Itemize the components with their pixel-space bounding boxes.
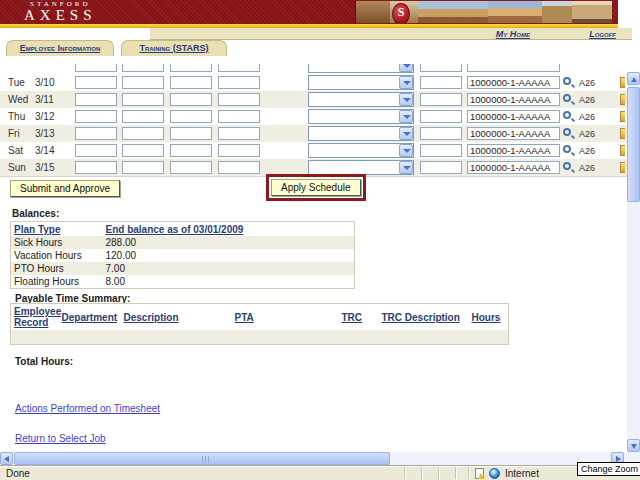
chevron-down-icon[interactable] [399,93,413,106]
lookup-magnifier-icon[interactable] [563,128,571,136]
hours-input[interactable] [170,110,212,123]
hours-input[interactable] [170,64,212,72]
end-balance-header[interactable]: End balance as of 03/01/2009 [103,222,355,237]
chevron-down-icon[interactable] [399,64,413,72]
quantity-input[interactable] [420,161,462,174]
lookup-magnifier-icon[interactable] [563,145,571,153]
trc-select[interactable] [308,143,414,158]
quantity-input[interactable] [420,64,462,72]
hours-input[interactable] [75,93,117,106]
vertical-scrollbar[interactable] [627,72,640,452]
scroll-down-button[interactable] [627,439,640,452]
chevron-down-icon[interactable] [399,161,413,174]
tab-employee-information[interactable]: Employee Information [6,40,114,56]
vertical-scrollbar-thumb[interactable] [627,87,640,202]
quantity-input[interactable] [420,76,462,89]
hours-input[interactable] [75,110,117,123]
description-header[interactable]: Description [121,304,232,331]
trc-select[interactable] [308,126,414,141]
hours-input[interactable] [122,110,164,123]
hours-input[interactable] [218,144,260,157]
tab-training-stars[interactable]: Training (STARS) [121,40,227,56]
chevron-down-icon[interactable] [399,76,413,89]
hours-input[interactable] [218,76,260,89]
hours-input[interactable] [218,127,260,140]
lookup-magnifier-icon[interactable] [563,77,571,85]
pta-input[interactable] [467,76,560,89]
hours-input[interactable] [170,127,212,140]
pta-header[interactable]: PTA [232,304,339,331]
hours-input[interactable] [75,144,117,157]
hours-input[interactable] [122,161,164,174]
status-text: Done [6,468,30,479]
hours-input[interactable] [170,161,212,174]
trc-select[interactable] [308,64,414,73]
arrow-down-icon [631,444,637,449]
quantity-input[interactable] [420,127,462,140]
hours-input[interactable] [170,76,212,89]
chevron-down-icon[interactable] [399,110,413,123]
horizontal-scrollbar[interactable] [0,452,640,465]
chevron-down-icon[interactable] [399,144,413,157]
hours-input[interactable] [218,64,260,72]
hours-input[interactable] [122,127,164,140]
hours-input[interactable] [218,110,260,123]
pta-input[interactable] [467,93,560,106]
scroll-up-button[interactable] [627,72,640,85]
quantity-input[interactable] [420,144,462,157]
quantity-input[interactable] [420,110,462,123]
trc-select[interactable] [308,109,414,124]
hours-input[interactable] [75,127,117,140]
empty-data-row [11,330,509,344]
date-label: 3/11 [35,94,54,105]
hours-header[interactable]: Hours [469,304,509,331]
hours-input[interactable] [170,93,212,106]
hours-input[interactable] [75,64,117,72]
hours-input[interactable] [122,93,164,106]
actions-performed-link[interactable]: Actions Performed on Timesheet [15,403,160,414]
return-to-select-job-link[interactable]: Return to Select Job [15,433,106,444]
pta-input[interactable] [467,161,560,174]
logoff-link[interactable]: Logoff [589,29,616,39]
lookup-magnifier-icon[interactable] [563,94,571,102]
hours-input[interactable] [75,161,117,174]
lookup-magnifier-icon[interactable] [563,111,571,119]
scroll-left-button[interactable] [0,452,13,465]
chevron-down-icon[interactable] [399,127,413,140]
plan-type-header[interactable]: Plan Type [11,222,103,237]
quantity-input[interactable] [420,93,462,106]
employee-record-header[interactable]: Employee Record [11,304,59,331]
hours-input[interactable] [218,93,260,106]
pta-input[interactable] [467,144,560,157]
hours-input[interactable] [75,76,117,89]
pta-input[interactable] [467,127,560,140]
balance-cell: 7.00 [103,262,355,275]
pta-input[interactable] [467,110,560,123]
submit-and-approve-button[interactable]: Submit and Approve [10,180,120,197]
lookup-magnifier-icon[interactable] [563,162,571,170]
stanford-s-logo-icon: S [392,3,410,23]
balance-cell: 288.00 [103,236,355,249]
photo-segment [356,1,390,23]
department-header[interactable]: Department [59,304,121,331]
hours-input[interactable] [170,144,212,157]
pta-input[interactable] [467,64,560,72]
trc-description-header[interactable]: TRC Description [379,304,469,331]
apply-schedule-button[interactable]: Apply Schedule [271,179,361,196]
change-zoom-level-tooltip[interactable]: Change Zoom Level [577,462,640,476]
horizontal-scrollbar-thumb[interactable] [14,452,390,465]
trc-select[interactable] [308,92,414,107]
task-code-label: A26 [579,112,595,122]
trc-select[interactable] [308,75,414,90]
clipped-timesheet-row [0,64,627,74]
task-code-label: A26 [579,146,595,156]
hours-input[interactable] [122,64,164,72]
hours-input[interactable] [218,161,260,174]
hours-input[interactable] [122,76,164,89]
trc-select[interactable] [308,160,414,175]
hours-input[interactable] [122,144,164,157]
trc-header[interactable]: TRC [339,304,379,331]
timesheet-row: Tue 3/10 A26 [0,74,627,91]
my-home-link[interactable]: My Home [496,29,530,39]
clipped-icon [620,128,625,139]
